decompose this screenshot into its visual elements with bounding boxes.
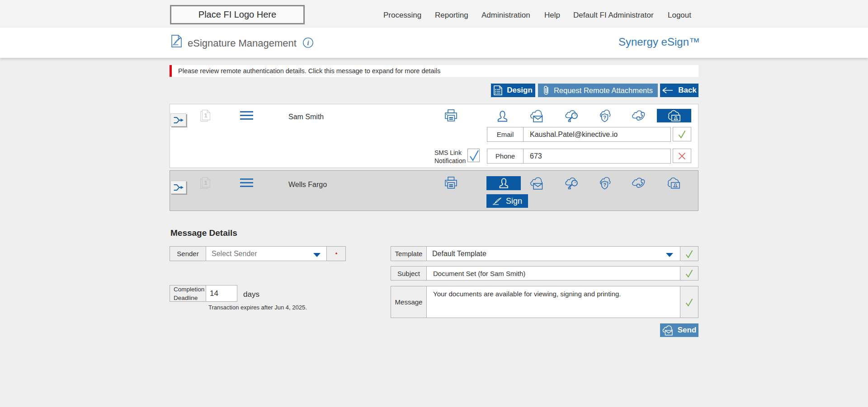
svg-text:?: ? bbox=[603, 115, 606, 120]
svg-text:1: 1 bbox=[204, 179, 207, 186]
svg-text:?: ? bbox=[603, 182, 606, 187]
svg-text:x: x bbox=[172, 43, 174, 46]
svg-text:i: i bbox=[307, 40, 309, 47]
svg-text:1: 1 bbox=[204, 112, 207, 119]
